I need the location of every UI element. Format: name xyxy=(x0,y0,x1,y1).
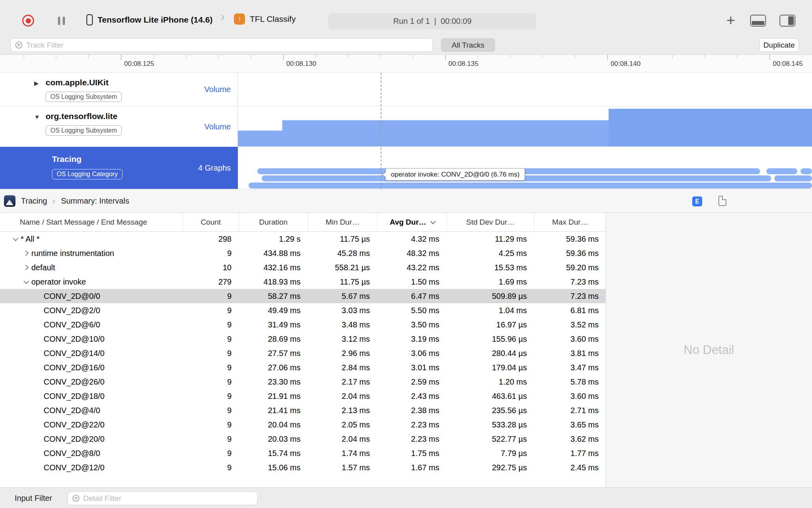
bottom-bar: Input Filter xyxy=(0,487,812,508)
row-name: CONV_2D@8/0 xyxy=(44,449,100,458)
table-row[interactable]: CONV_2D@6/0931.49 ms3.48 ms3.50 ms16.97 … xyxy=(0,318,605,332)
breadcrumb-summary[interactable]: Summary: Intervals xyxy=(61,196,129,206)
tracing-chart-lane[interactable] xyxy=(238,147,812,189)
cell-std: 463.61 µs xyxy=(446,389,534,403)
row-name: CONV_2D@2/0 xyxy=(44,306,100,315)
detail-filter-field[interactable] xyxy=(67,491,258,505)
table-row[interactable]: default10432.16 ms558.21 µs43.22 ms15.53… xyxy=(0,260,605,275)
table-row[interactable]: * All *2981.29 s11.75 µs4.32 ms11.29 ms5… xyxy=(0,232,605,246)
add-instrument-button[interactable]: + xyxy=(726,13,735,27)
cell-avg: 3.19 ms xyxy=(377,332,446,346)
table-row[interactable]: CONV_2D@8/0915.74 ms1.74 ms1.75 ms7.79 µ… xyxy=(0,446,605,460)
row-name: CONV_2D@14/0 xyxy=(44,349,105,358)
column-header-min[interactable]: Min Dur… xyxy=(308,213,377,231)
disclosure-collapsed-icon[interactable] xyxy=(23,265,29,270)
device-selector[interactable]: Tensorflow Lite iPhone (14.6) xyxy=(86,14,213,25)
detail-header: Tracing › Summary: Intervals E xyxy=(0,189,812,213)
table-row[interactable]: CONV_2D@14/0927.57 ms2.96 ms3.06 ms280.4… xyxy=(0,346,605,360)
track-title: org.tensorflow.lite xyxy=(46,112,117,121)
cell-avg: 2.23 ms xyxy=(377,432,446,446)
ruler-tick xyxy=(251,55,251,58)
track-filter-input[interactable] xyxy=(26,41,429,50)
disclosure-collapsed-icon[interactable]: ▶ xyxy=(34,80,39,87)
pause-icon xyxy=(58,17,60,25)
table-row[interactable]: runtime instrumentation9434.88 ms45.28 m… xyxy=(0,246,605,260)
table-row[interactable]: CONV_2D@20/0920.03 ms2.04 ms2.23 ms522.7… xyxy=(0,432,605,446)
duplicate-button[interactable]: Duplicate xyxy=(759,38,799,52)
cell-avg: 48.32 ms xyxy=(377,246,446,260)
app-icon: ↑ xyxy=(234,13,245,25)
table-row[interactable]: CONV_2D@0/0958.27 ms5.67 ms6.47 ms509.89… xyxy=(0,289,605,303)
bottom-panel-icon xyxy=(752,21,764,25)
cell-duration: 58.27 ms xyxy=(239,289,308,303)
track-badge: OS Logging Subsystem xyxy=(46,125,122,136)
cell-max: 1.77 ms xyxy=(534,446,606,460)
column-header-duration[interactable]: Duration xyxy=(239,213,308,231)
expanded-detail-toggle[interactable]: E xyxy=(692,196,702,206)
interval-tooltip: operator invoke: CONV_2D@0/0 (6.76 ms) xyxy=(385,168,525,181)
interval-capsule[interactable] xyxy=(249,183,812,189)
disclosure-collapsed-icon[interactable] xyxy=(23,250,29,256)
track-filter-field[interactable] xyxy=(10,38,433,52)
row-name: runtime instrumentation xyxy=(31,249,114,258)
disclosure-expanded-icon[interactable] xyxy=(13,236,18,241)
cell-std: 1.69 ms xyxy=(446,275,534,289)
cell-max: 7.23 ms xyxy=(534,289,606,303)
cell-avg: 4.32 ms xyxy=(377,232,446,246)
table-row[interactable]: CONV_2D@16/0927.06 ms2.84 ms3.01 ms179.0… xyxy=(0,360,605,375)
ruler-tick xyxy=(24,55,24,58)
volume-chart-lane[interactable] xyxy=(238,106,812,146)
ruler-tick xyxy=(640,55,640,58)
table-row[interactable]: CONV_2D@26/0923.30 ms2.17 ms2.59 ms1.20 … xyxy=(0,375,605,389)
detail-filter-input[interactable] xyxy=(83,494,253,503)
interval-capsule[interactable] xyxy=(766,168,797,174)
all-tracks-button[interactable]: All Tracks xyxy=(441,38,495,52)
track-row-uikit[interactable]: ▶ com.apple.UIKit OS Logging Subsystem V… xyxy=(0,73,812,106)
column-header-stddev[interactable]: Std Dev Dur… xyxy=(446,213,534,231)
table-row[interactable]: CONV_2D@10/0928.69 ms3.12 ms3.19 ms155.9… xyxy=(0,332,605,346)
cell-duration: 27.06 ms xyxy=(239,360,308,375)
table-row[interactable]: CONV_2D@18/0921.91 ms2.04 ms2.43 ms463.6… xyxy=(0,389,605,403)
document-icon[interactable] xyxy=(718,196,726,206)
cell-count: 279 xyxy=(182,275,239,289)
table-row[interactable]: CONV_2D@4/0921.41 ms2.13 ms2.38 ms235.56… xyxy=(0,403,605,418)
table-row[interactable]: CONV_2D@22/0920.04 ms2.05 ms2.23 ms533.2… xyxy=(0,418,605,432)
cell-duration: 434.88 ms xyxy=(239,246,308,260)
disclosure-expanded-icon[interactable] xyxy=(23,279,29,284)
pause-button[interactable] xyxy=(58,17,65,25)
cell-min: 2.05 ms xyxy=(308,418,377,432)
cell-std: 7.79 µs xyxy=(446,446,534,460)
cell-duration: 23.30 ms xyxy=(239,375,308,389)
cell-duration: 21.41 ms xyxy=(239,403,308,418)
column-header-max[interactable]: Max Dur… xyxy=(534,213,606,231)
column-header-avg[interactable]: Avg Dur… xyxy=(377,213,446,231)
cell-std: 533.28 µs xyxy=(446,418,534,432)
toggle-right-panel-button[interactable] xyxy=(779,15,795,27)
cell-std: 235.56 µs xyxy=(446,403,534,418)
column-header-name[interactable]: Name / Start Message / End Message xyxy=(0,213,182,231)
lower-pane: Name / Start Message / End Message Count… xyxy=(0,213,812,487)
cell-duration: 1.29 s xyxy=(239,232,308,246)
record-button[interactable] xyxy=(22,15,34,27)
ruler-tick xyxy=(380,55,381,58)
cell-count: 9 xyxy=(182,389,239,403)
toggle-bottom-panel-button[interactable] xyxy=(750,15,766,27)
track-row-tensorflow[interactable]: ▼ org.tensorflow.lite OS Logging Subsyst… xyxy=(0,106,812,147)
row-name-cell: CONV_2D@2/0 xyxy=(0,303,182,318)
track-lane[interactable] xyxy=(238,73,812,106)
table-row[interactable]: CONV_2D@2/0949.49 ms3.03 ms5.50 ms1.04 m… xyxy=(0,303,605,318)
table-row[interactable]: CONV_2D@12/0915.06 ms1.57 ms1.67 ms292.7… xyxy=(0,460,605,475)
column-header-count[interactable]: Count xyxy=(182,213,239,231)
time-ruler[interactable]: 00:08.12500:08.13000:08.13500:08.14000:0… xyxy=(0,54,812,73)
cell-max: 3.81 ms xyxy=(534,346,606,360)
interval-capsule[interactable] xyxy=(774,175,812,181)
interval-capsule[interactable] xyxy=(801,168,812,174)
ruler-tick xyxy=(705,55,705,58)
cell-count: 9 xyxy=(182,432,239,446)
target-app-selector[interactable]: ↑ TFL Classify xyxy=(234,13,296,25)
cell-count: 9 xyxy=(182,375,239,389)
disclosure-expanded-icon[interactable]: ▼ xyxy=(34,114,40,120)
cell-max: 59.36 ms xyxy=(534,246,606,260)
breadcrumb-tracing[interactable]: Tracing xyxy=(21,196,47,206)
table-row[interactable]: operator invoke279418.93 ms11.75 µs1.50 … xyxy=(0,275,605,289)
